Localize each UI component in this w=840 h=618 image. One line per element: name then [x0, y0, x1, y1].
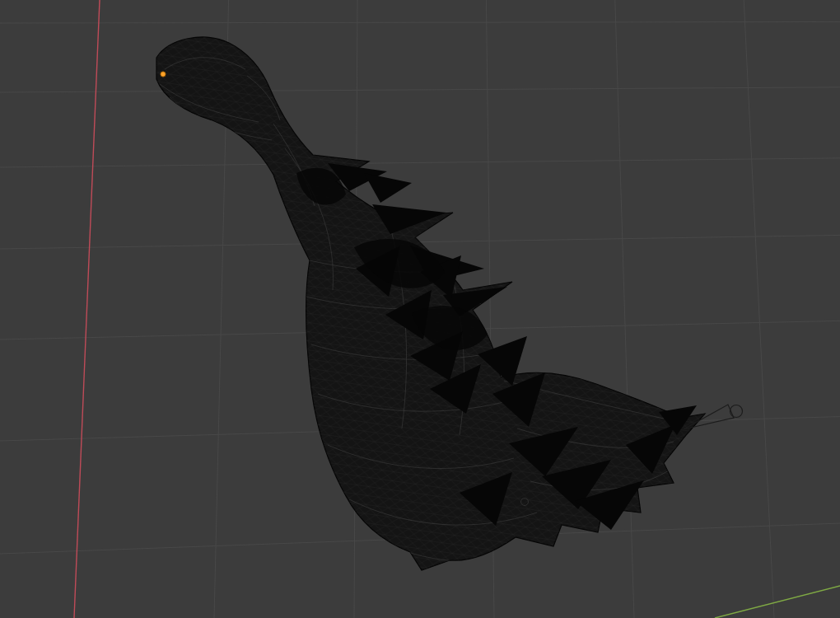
viewport[interactable] — [0, 0, 840, 618]
viewport-canvas[interactable] — [0, 0, 840, 618]
object-origin-point[interactable] — [161, 72, 166, 77]
